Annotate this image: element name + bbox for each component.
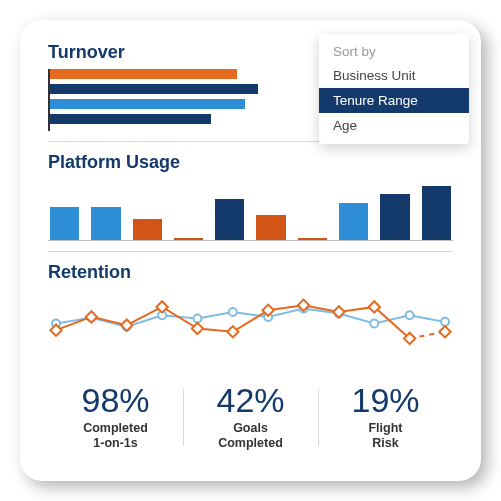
platform-chart — [48, 179, 453, 241]
retention-marker — [156, 301, 167, 312]
turnover-bar — [50, 114, 211, 124]
stat-value: 42% — [189, 383, 312, 419]
platform-column — [91, 207, 120, 240]
divider — [48, 251, 453, 252]
retention-marker — [370, 320, 378, 328]
retention-title: Retention — [48, 262, 453, 283]
retention-marker — [227, 326, 238, 337]
stat-flight-risk: 19% FlightRisk — [318, 381, 453, 454]
stat-value: 98% — [54, 383, 177, 419]
retention-marker — [439, 326, 450, 337]
retention-chart — [48, 289, 453, 363]
stat-completed-1on1s: 98% Completed1-on-1s — [48, 381, 183, 454]
stat-label: Completed1-on-1s — [54, 421, 177, 452]
platform-column — [380, 194, 409, 240]
platform-column — [215, 199, 244, 240]
stats-row: 98% Completed1-on-1s 42% GoalsCompleted … — [48, 381, 453, 454]
dashboard-card: Sort by Business Unit Tenure Range Age T… — [20, 20, 481, 481]
platform-column — [256, 215, 285, 240]
turnover-bar — [50, 99, 245, 109]
platform-column — [174, 238, 203, 240]
turnover-bar — [50, 69, 237, 79]
sort-title: Sort by — [319, 42, 469, 63]
retention-marker — [229, 308, 237, 316]
retention-marker — [406, 311, 414, 319]
stat-label: GoalsCompleted — [189, 421, 312, 452]
stat-goals-completed: 42% GoalsCompleted — [183, 381, 318, 454]
platform-column — [50, 207, 79, 240]
platform-column — [133, 219, 162, 240]
retention-marker — [193, 315, 201, 323]
turnover-bar — [50, 84, 258, 94]
platform-column — [422, 186, 451, 240]
retention-marker — [441, 318, 449, 326]
stat-value: 19% — [324, 383, 447, 419]
retention-marker — [86, 311, 97, 322]
retention-marker — [192, 323, 203, 334]
turnover-chart — [48, 69, 453, 131]
platform-column — [298, 238, 327, 240]
platform-title: Platform Usage — [48, 152, 453, 173]
stat-label: FlightRisk — [324, 421, 447, 452]
platform-column — [339, 203, 368, 240]
